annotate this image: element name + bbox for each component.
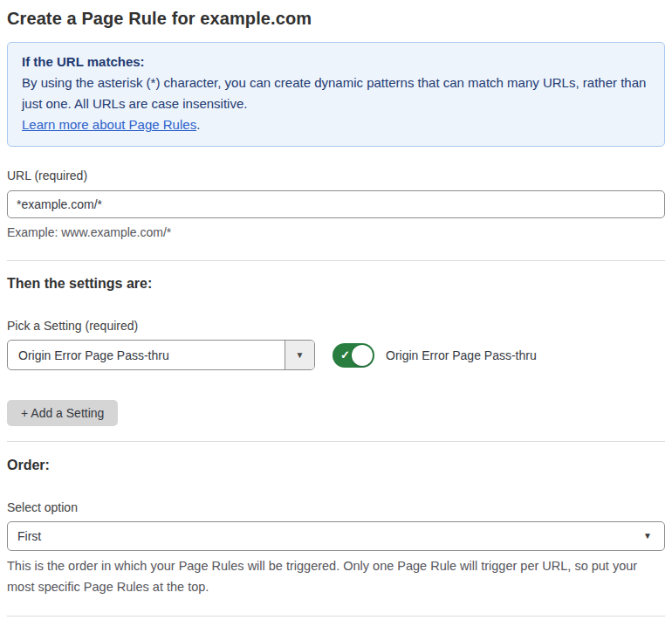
- pick-setting-label: Pick a Setting (required): [7, 319, 665, 333]
- url-example-helper: Example: www.example.com/*: [7, 224, 665, 240]
- url-field-label: URL (required): [7, 169, 665, 183]
- divider: [7, 260, 665, 261]
- setting-select-value: Origin Error Page Pass-thru: [8, 341, 285, 369]
- setting-row: Origin Error Page Pass-thru ▼ ✓ Origin E…: [7, 340, 665, 370]
- order-select[interactable]: First ▼: [7, 521, 665, 551]
- chevron-down-icon: ▼: [296, 351, 305, 360]
- page-title: Create a Page Rule for example.com: [7, 7, 665, 30]
- info-box-heading: If the URL matches:: [22, 52, 650, 72]
- setting-select-arrow-button[interactable]: ▼: [285, 341, 314, 369]
- url-input[interactable]: [7, 190, 665, 218]
- info-box-body-text: By using the asterisk (*) character, you…: [22, 75, 646, 111]
- settings-section-heading: Then the settings are:: [7, 275, 665, 293]
- chevron-down-icon: ▼: [643, 532, 652, 541]
- check-icon: ✓: [340, 349, 350, 362]
- order-section-heading: Order:: [7, 457, 665, 474]
- divider: [7, 616, 665, 617]
- learn-more-link[interactable]: Learn more about Page Rules: [22, 117, 196, 132]
- toggle-knob: [352, 345, 373, 366]
- order-helper-text: This is the order in which your Page Rul…: [7, 555, 644, 597]
- order-select-label: Select option: [7, 500, 665, 514]
- setting-select[interactable]: Origin Error Page Pass-thru ▼: [7, 340, 315, 370]
- divider: [7, 441, 665, 442]
- add-setting-button[interactable]: + Add a Setting: [7, 400, 118, 426]
- url-matches-info-box: If the URL matches: By using the asteris…: [7, 42, 665, 147]
- info-box-link-line: Learn more about Page Rules.: [22, 114, 650, 135]
- toggle-label: Origin Error Page Pass-thru: [386, 348, 537, 362]
- order-select-value: First: [8, 529, 664, 543]
- origin-error-toggle[interactable]: ✓: [333, 343, 374, 368]
- link-suffix: .: [196, 117, 200, 132]
- info-box-body: By using the asterisk (*) character, you…: [22, 72, 650, 114]
